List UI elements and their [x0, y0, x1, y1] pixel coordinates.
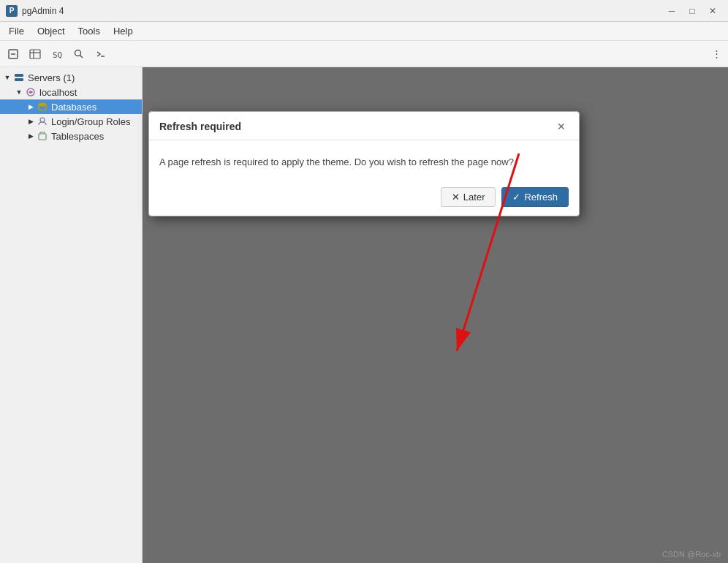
later-icon: ✕ — [452, 192, 460, 203]
dialog-body: A page refresh is required to apply the … — [149, 140, 579, 181]
toolbar-obj-btn[interactable] — [3, 44, 23, 64]
later-label: Later — [463, 192, 485, 203]
toolbar-search-btn[interactable] — [69, 44, 89, 64]
title-bar: P pgAdmin 4 ─ □ ✕ — [0, 0, 728, 22]
svg-line-7 — [80, 55, 83, 58]
svg-point-6 — [75, 50, 81, 56]
window-controls: ─ □ ✕ — [662, 3, 722, 19]
svg-rect-2 — [30, 50, 40, 58]
minimize-button[interactable]: ─ — [662, 3, 681, 19]
app-title: pgAdmin 4 — [22, 6, 64, 16]
menu-file[interactable]: File — [3, 23, 30, 39]
menu-object[interactable]: Object — [31, 23, 71, 39]
dialog-close-button[interactable]: ✕ — [554, 119, 569, 134]
refresh-button[interactable]: ✓ Refresh — [501, 187, 569, 207]
toolbar-more-icon[interactable]: ⋮ — [708, 45, 725, 63]
svg-text:SQL: SQL — [53, 50, 63, 60]
title-bar-left: P pgAdmin 4 — [6, 5, 64, 17]
toolbar-terminal-btn[interactable] — [91, 44, 111, 64]
watermark: CSDN @Roc-xb — [662, 550, 721, 559]
refresh-dialog: Refresh required ✕ A page refresh is req… — [148, 111, 580, 216]
toolbar-sql-btn[interactable]: SQL — [47, 44, 67, 64]
dialog-header: Refresh required ✕ — [149, 112, 579, 140]
toolbar-table-btn[interactable] — [25, 44, 45, 64]
menu-tools[interactable]: Tools — [72, 23, 106, 39]
dialog-footer: ✕ Later ✓ Refresh — [149, 181, 579, 216]
dialog-message: A page refresh is required to apply the … — [159, 156, 514, 167]
close-button[interactable]: ✕ — [703, 3, 722, 19]
later-button[interactable]: ✕ Later — [441, 187, 496, 207]
toolbar: SQL ⋮ — [0, 41, 728, 67]
refresh-label: Refresh — [524, 192, 558, 203]
refresh-check-icon: ✓ — [512, 192, 520, 203]
menu-help[interactable]: Help — [107, 23, 139, 39]
menu-bar: File Object Tools Help — [0, 22, 728, 41]
dialog-title: Refresh required — [159, 121, 241, 132]
app-icon: P — [6, 5, 18, 17]
dialog-overlay: Refresh required ✕ A page refresh is req… — [0, 67, 728, 563]
maximize-button[interactable]: □ — [683, 3, 702, 19]
